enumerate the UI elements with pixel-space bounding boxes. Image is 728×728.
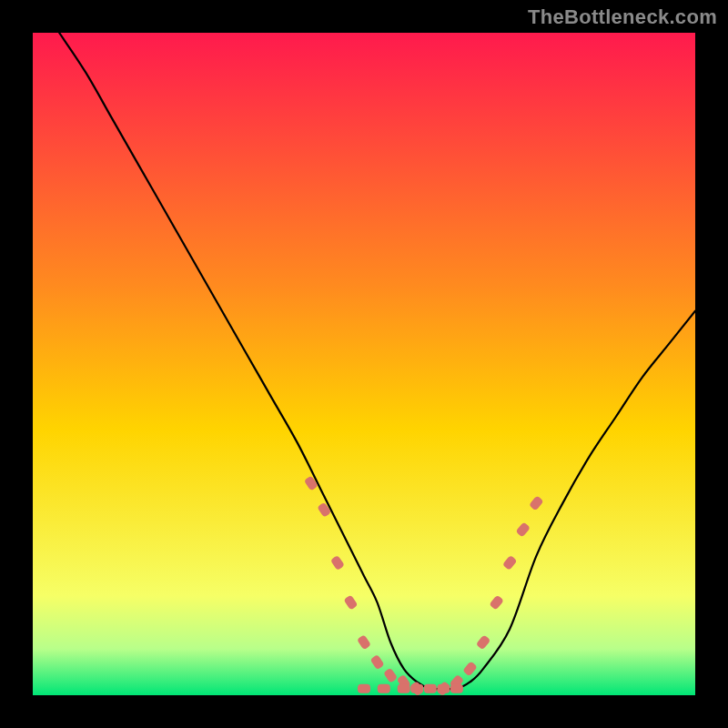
data-dot [437, 684, 450, 693]
data-dot [358, 684, 370, 693]
attribution-text: TheBottleneck.com [528, 5, 717, 29]
data-dot [378, 684, 390, 693]
data-dot [424, 684, 437, 693]
chart-background [33, 33, 695, 695]
bottleneck-chart [33, 33, 695, 695]
chart-frame [33, 33, 695, 695]
data-dot [410, 684, 423, 693]
data-dot [398, 684, 410, 693]
data-dot [450, 684, 463, 693]
